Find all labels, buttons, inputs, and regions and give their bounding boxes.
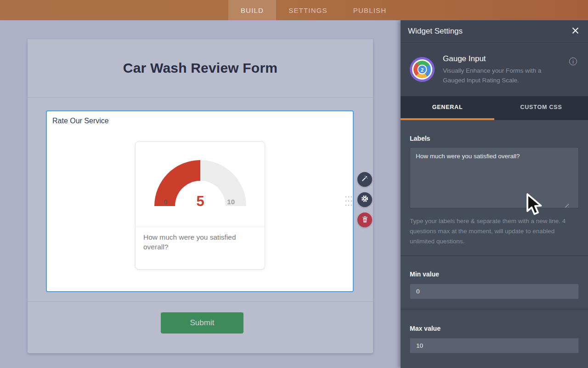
- app-window: BUILD SETTINGS PUBLISH Car Wash Review F…: [0, 0, 588, 368]
- widget-name: Gauge Input: [443, 54, 559, 63]
- magic-wand-icon: [361, 175, 368, 184]
- panel-title: Widget Settings: [408, 27, 463, 36]
- panel-tab-bar: GENERAL CUSTOM CSS: [401, 96, 588, 120]
- top-navigation-bar: BUILD SETTINGS PUBLISH: [0, 0, 588, 20]
- labels-field-label: Labels: [410, 135, 579, 142]
- form-canvas: Car Wash Review Form Rate Our Service 0 …: [0, 20, 401, 368]
- trash-icon: [362, 216, 368, 224]
- tab-general[interactable]: GENERAL: [401, 96, 494, 118]
- close-panel-button[interactable]: [570, 26, 581, 37]
- gauge-current-value: 5: [196, 194, 204, 208]
- widget-settings-button[interactable]: [357, 192, 372, 207]
- min-value-setting-section: Min value: [401, 256, 588, 310]
- tab-publish[interactable]: PUBLISH: [340, 0, 400, 20]
- form-title: Car Wash Review Form: [123, 60, 277, 76]
- tab-custom-css[interactable]: CUSTOM CSS: [494, 96, 588, 118]
- widget-description: Visually Enhance your Forms with a Gauge…: [443, 66, 559, 85]
- form-footer-divider: [28, 301, 373, 302]
- widget-info-section: 2 Gauge Input Visually Enhance your Form…: [401, 43, 588, 96]
- form-card: Car Wash Review Form Rate Our Service 0 …: [28, 39, 373, 353]
- max-value-input[interactable]: [410, 338, 579, 353]
- labels-textarea[interactable]: How much were you satisfied overall?: [410, 147, 579, 208]
- labels-setting-section: Labels How much were you satisfied overa…: [401, 120, 588, 256]
- active-tab-underline: [401, 118, 494, 120]
- widget-icon-badge: 2: [418, 65, 427, 75]
- gauge-min-label: 0: [164, 198, 167, 206]
- widget-field-label: Rate Our Service: [52, 117, 109, 125]
- info-icon: i: [572, 59, 573, 64]
- max-value-label: Max value: [410, 325, 579, 332]
- widget-delete-button[interactable]: [357, 213, 372, 227]
- labels-help-text: Type your labels here & separate them wi…: [410, 216, 578, 247]
- gauge-question-text: How much were you satisfied overall?: [143, 232, 257, 252]
- tab-settings[interactable]: SETTINGS: [276, 0, 340, 20]
- max-value-setting-section: Max value: [401, 310, 588, 366]
- widget-info-button[interactable]: i: [569, 58, 577, 65]
- gauge-card-divider: [136, 227, 265, 227]
- gauge-widget-icon: 2: [410, 57, 435, 82]
- gauge-chart[interactable]: 0 5 10: [154, 160, 246, 206]
- gauge-max-label: 10: [227, 198, 235, 206]
- gauge-widget-field[interactable]: Rate Our Service 0 5 10 How much were yo…: [46, 110, 354, 292]
- tab-build[interactable]: BUILD: [228, 0, 276, 20]
- top-tab-group: BUILD SETTINGS PUBLISH: [228, 0, 400, 20]
- submit-button[interactable]: Submit: [161, 312, 243, 334]
- min-value-input[interactable]: [410, 284, 579, 299]
- widget-drag-handle[interactable]: [345, 196, 352, 207]
- gauge-card[interactable]: 0 5 10 How much were you satisfied overa…: [135, 141, 265, 270]
- gear-icon: [361, 195, 369, 205]
- widget-settings-panel: Widget Settings 2 Gauge Input Visuall: [401, 20, 588, 368]
- panel-header: Widget Settings: [401, 20, 588, 43]
- min-value-label: Min value: [410, 270, 579, 278]
- form-header[interactable]: Car Wash Review Form: [28, 39, 373, 98]
- widget-wizard-button[interactable]: [357, 172, 372, 187]
- close-icon: [572, 27, 579, 35]
